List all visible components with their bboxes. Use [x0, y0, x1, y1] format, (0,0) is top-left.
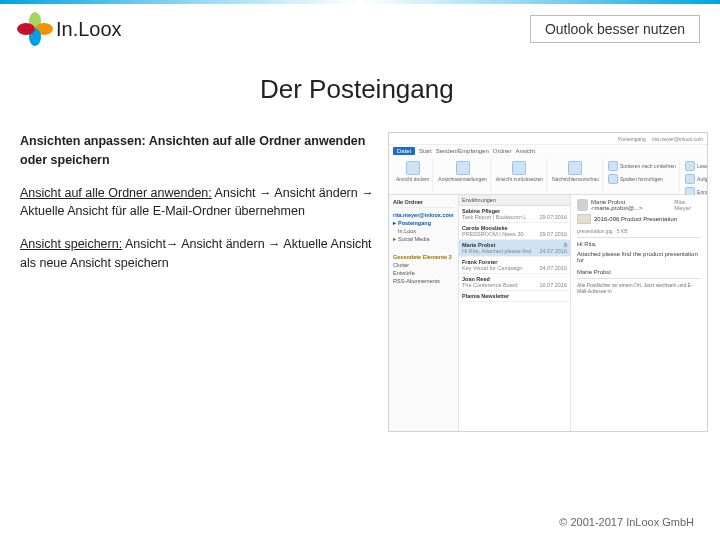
- ribbon-label: Ansicht ändern: [396, 177, 429, 183]
- instructions-subtitle: Ansichten anpassen: Ansichten auf alle O…: [20, 132, 380, 170]
- msg-date: 29.07.2016: [539, 231, 567, 237]
- instruction-2-lead: Ansicht speichern:: [20, 237, 122, 251]
- msg-date: 29.07.2016: [539, 214, 567, 220]
- folder-pane: Alle Ordner rita.meyer@inloox.com ▸ Post…: [389, 195, 459, 432]
- ribbon-group: Lesebereich Aufgabenleiste Erinnerungsfe…: [682, 159, 708, 192]
- folder-item[interactable]: Clutter: [393, 261, 454, 269]
- folder-item[interactable]: ▸ Posteingang: [393, 219, 454, 227]
- folder-label: Entwürfe: [393, 270, 415, 276]
- tab-send[interactable]: Senden/Empfangen: [436, 148, 489, 154]
- folder-label: Clutter: [393, 262, 409, 268]
- msg-date: 24.07.2016: [539, 265, 567, 271]
- ribbon-label: Ansichtseinstellungen: [438, 177, 486, 183]
- message-item[interactable]: Frank ForsterKey Visual for Campaign 24.…: [459, 257, 570, 274]
- reading-to: Rita Meyer: [674, 199, 701, 211]
- ribbon-tabs: Datei Start Senden/Empfangen Ordner Ansi…: [389, 145, 707, 157]
- message-item-selected[interactable]: Marie Probst 8Hi Rita, Attached please f…: [459, 240, 570, 257]
- folder-item[interactable]: In.Loox: [393, 227, 454, 235]
- message-item[interactable]: Carola MoosbekePRESSROOM | News 30. 29.0…: [459, 223, 570, 240]
- window-title-2: rita.meyer@inloox.com: [652, 136, 703, 142]
- sort-reverse-icon: [608, 161, 618, 171]
- instruction-2: Ansicht speichern: Ansicht→ Ansicht ände…: [20, 235, 380, 273]
- instruction-1-lead: Ansicht auf alle Ordner anwenden:: [20, 186, 212, 200]
- header: In.Loox Outlook besser nutzen: [20, 14, 700, 44]
- ribbon-group[interactable]: Nachrichtenvorschau: [549, 159, 603, 192]
- todo-bar-icon: [685, 174, 695, 184]
- folder-label: Posteingang: [398, 220, 431, 226]
- reading-greeting: Hi Rita,: [577, 241, 701, 247]
- view-settings-icon: [456, 161, 470, 175]
- page-title: Der Posteingang: [260, 74, 454, 105]
- ribbon-group[interactable]: Ansicht zurücksetzen: [493, 159, 547, 192]
- ribbon-group[interactable]: Ansicht ändern: [393, 159, 433, 192]
- ribbon-group: Sortieren nach umkehren Spalten hinzufüg…: [605, 159, 680, 192]
- logo-icon: [20, 14, 50, 44]
- ribbon-label[interactable]: Lesebereich: [697, 164, 708, 170]
- folder-item[interactable]: Gesendete Elemente 2: [393, 253, 454, 261]
- instruction-1: Ansicht auf alle Ordner anwenden: Ansich…: [20, 184, 380, 222]
- tab-file[interactable]: Datei: [393, 147, 415, 155]
- msg-subject: Key Visual for Campaign: [462, 265, 522, 271]
- instructions-column: Ansichten anpassen: Ansichten auf alle O…: [20, 132, 380, 287]
- folder-label: Social Media: [398, 236, 430, 242]
- folder-item[interactable]: Entwürfe: [393, 269, 454, 277]
- copyright: © 2001-2017 InLoox GmbH: [559, 516, 694, 528]
- view-change-icon: [406, 161, 420, 175]
- reading-pane: Marie Probst <marie.probst@...> Rita Mey…: [571, 195, 707, 432]
- reading-from: Marie Probst <marie.probst@...>: [591, 199, 671, 211]
- reading-from-row: Marie Probst <marie.probst@...> Rita Mey…: [577, 199, 701, 211]
- msg-date: 16.07.2016: [539, 282, 567, 288]
- add-columns-icon: [608, 174, 618, 184]
- msg-sender: Plamia Newsletter: [462, 293, 509, 299]
- header-badge: Outlook besser nutzen: [530, 15, 700, 43]
- ribbon-label: Ansicht zurücksetzen: [496, 177, 543, 183]
- window-titlebar: Posteingang rita.meyer@inloox.com: [389, 133, 707, 145]
- ribbon-label[interactable]: Sortieren nach umkehren: [620, 164, 676, 170]
- message-item[interactable]: Sabine PflegerTask Report | Bookworm L 2…: [459, 206, 570, 223]
- reading-pane-icon: [685, 161, 695, 171]
- folder-header: Alle Ordner: [393, 199, 454, 208]
- reading-body: Attached please find the product present…: [577, 251, 701, 263]
- folder-label: In.Loox: [398, 228, 416, 234]
- message-item[interactable]: Plamia Newsletter: [459, 291, 570, 302]
- brand-name: In.Loox: [56, 18, 122, 41]
- preview-icon: [568, 161, 582, 175]
- account-row[interactable]: rita.meyer@inloox.com: [393, 211, 454, 219]
- ribbon-group[interactable]: Ansichtseinstellungen: [435, 159, 490, 192]
- view-reset-icon: [512, 161, 526, 175]
- msg-subject: PRESSROOM | News 30.: [462, 231, 525, 237]
- msg-subject: Task Report | Bookworm L: [462, 214, 526, 220]
- folder-label: RSS-Abonnements: [393, 278, 440, 284]
- reading-footer: Alle Postfächer an einem Ort. Jetzt wech…: [577, 282, 701, 294]
- top-gradient-bar: [0, 0, 720, 4]
- ribbon-label[interactable]: Spalten hinzufügen: [620, 177, 663, 183]
- msg-date: 24.07.2016: [539, 248, 567, 254]
- outlook-body: Alle Ordner rita.meyer@inloox.com ▸ Post…: [389, 195, 707, 432]
- folder-item[interactable]: RSS-Abonnements: [393, 277, 454, 285]
- tab-view[interactable]: Ansicht: [515, 148, 535, 154]
- msg-subject: The Conference Board: [462, 282, 518, 288]
- attachment-thumb-icon: [577, 214, 591, 224]
- reading-signature: Marie Probst: [577, 269, 701, 275]
- ribbon-label[interactable]: Aufgabenleiste: [697, 177, 708, 183]
- reading-subject: 2016-006 Product Presentation: [594, 216, 677, 222]
- account-label: rita.meyer@inloox.com: [393, 212, 454, 218]
- avatar-icon: [577, 199, 588, 211]
- ribbon: Ansicht ändern Ansichtseinstellungen Ans…: [389, 157, 707, 195]
- message-item[interactable]: Joan ReedThe Conference Board 16.07.2016: [459, 274, 570, 291]
- tab-folder[interactable]: Ordner: [493, 148, 512, 154]
- folder-item[interactable]: [393, 243, 454, 251]
- tab-start[interactable]: Start: [419, 148, 432, 154]
- outlook-screenshot: Posteingang rita.meyer@inloox.com Datei …: [388, 132, 708, 432]
- msg-subject: Hi Rita, Attached please find: [462, 248, 531, 254]
- folder-label: Gesendete Elemente 2: [393, 254, 452, 260]
- message-list: Erwähnungen Sabine PflegerTask Report | …: [459, 195, 571, 432]
- window-title-1: Posteingang: [618, 136, 646, 142]
- reading-subject-row: 2016-006 Product Presentation: [577, 214, 701, 224]
- folder-item[interactable]: ▸ Social Media: [393, 235, 454, 243]
- ribbon-label: Nachrichtenvorschau: [552, 177, 599, 183]
- message-list-header: Erwähnungen: [459, 195, 570, 206]
- attachment-caption: presentation.jpg · 5 KB: [577, 228, 701, 234]
- brand-logo: In.Loox: [20, 14, 122, 44]
